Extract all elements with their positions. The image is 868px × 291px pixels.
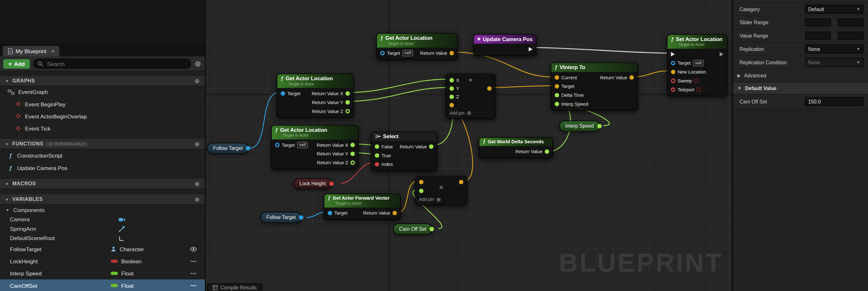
node-header[interactable]: ƒGet Actor Location Target is Actor <box>277 74 353 88</box>
node-get-actor-location-top[interactable]: ƒGet Actor Location Target is Actor Targ… <box>376 33 458 60</box>
add-pin-button[interactable]: Add pin⊕ <box>416 195 467 203</box>
node-header[interactable]: ƒGet World Delta Seconds <box>479 138 552 146</box>
pin-output[interactable] <box>597 124 601 128</box>
pin-output[interactable] <box>246 146 250 151</box>
pin-exec-out[interactable] <box>529 47 533 52</box>
node-update-camera-pos[interactable]: Update Camera Pos <box>473 34 536 56</box>
details-header-default-value[interactable]: ▼ Default Value <box>733 83 868 95</box>
pin-true[interactable] <box>375 153 379 158</box>
node-select[interactable]: Select False Return Value True Index <box>371 132 437 171</box>
pin-output[interactable] <box>430 227 434 231</box>
pin-new-location[interactable] <box>671 70 675 74</box>
component-camera[interactable]: Camera <box>0 215 205 224</box>
pin-return-value[interactable] <box>393 211 397 215</box>
pin-return-value[interactable] <box>545 149 549 154</box>
pin-return-x[interactable] <box>350 142 355 147</box>
node-header[interactable]: Select <box>371 132 437 141</box>
value-range-min-input[interactable] <box>805 32 831 40</box>
pin-exec-out[interactable] <box>719 52 723 56</box>
pill-interp-speed[interactable]: Interp Speed <box>559 121 600 132</box>
pin-exec-in[interactable] <box>671 52 675 56</box>
pin-return-value[interactable] <box>429 144 434 149</box>
pin-false[interactable] <box>375 144 379 149</box>
sidebar-item-update-camera-pos[interactable]: ƒ Update Camera Pos <box>0 161 205 173</box>
section-graphs[interactable]: ▼ GRAPHS ⊕ <box>0 75 205 86</box>
pin-z[interactable] <box>450 94 454 99</box>
search-box[interactable] <box>33 59 191 68</box>
closed-eye-icon[interactable] <box>190 284 197 288</box>
value-range-max-input[interactable] <box>838 32 864 40</box>
eye-icon[interactable] <box>190 247 197 252</box>
component-springarm[interactable]: SpringArm <box>0 224 205 234</box>
replication-condition-dropdown[interactable]: None ▼ <box>805 58 864 67</box>
pin-extra-vector[interactable] <box>450 102 454 107</box>
compile-results-tab[interactable]: Compile Results <box>207 283 262 291</box>
sidebar-item-constructionscript[interactable]: ƒ ConstructionScript <box>0 149 205 161</box>
pill-lock-height[interactable]: Lock Height <box>293 178 332 189</box>
pin-return-y[interactable] <box>345 100 350 105</box>
pin-output[interactable] <box>299 215 304 220</box>
pin-return-x[interactable] <box>345 91 350 96</box>
sidebar-item-event-tick[interactable]: Event Tick <box>0 122 205 134</box>
pin-interp-speed[interactable] <box>555 102 559 106</box>
pin-target[interactable] <box>555 84 559 89</box>
node-get-actor-location-low[interactable]: ƒGet Actor Location Target is Actor Targ… <box>271 125 359 169</box>
pin-return-z[interactable] <box>350 160 355 165</box>
node-multiply[interactable]: × Add pin⊕ <box>415 176 467 205</box>
pin-x[interactable] <box>450 78 454 82</box>
node-get-actor-forward-vector[interactable]: ƒGet Actor Forward Vector Target is Acto… <box>324 194 401 220</box>
section-functions[interactable]: ▼ FUNCTIONS (18 OVERRIDABLE) ⊕ <box>0 138 205 149</box>
sidebar-item-event-beginplay[interactable]: Event BeginPlay <box>0 98 205 110</box>
sweep-checkbox[interactable] <box>694 78 699 83</box>
node-header[interactable]: ƒGet Actor Location Target is Actor <box>377 34 457 47</box>
node-header[interactable]: ƒGet Actor Location Target is Actor <box>272 125 358 139</box>
closed-eye-icon[interactable] <box>190 271 197 275</box>
pin-output[interactable] <box>329 182 334 186</box>
add-pin-button[interactable]: Add pin⊕ <box>446 109 495 117</box>
search-input[interactable] <box>46 60 186 67</box>
node-set-actor-location[interactable]: ƒSet Actor Location Target is Actor Targ… <box>667 34 727 96</box>
add-graph-icon[interactable]: ⊕ <box>195 77 200 85</box>
slider-range-max-input[interactable] <box>838 18 864 26</box>
pin-result[interactable] <box>459 180 463 184</box>
node-add-vector[interactable]: + X Y Z Add pin⊕ <box>446 73 495 119</box>
pin-return-value[interactable] <box>450 51 454 55</box>
blueprint-graph-canvas[interactable]: ƒGet Actor Location Target is Actor Targ… <box>206 0 732 291</box>
node-get-actor-location-mid[interactable]: ƒGet Actor Location Target is Actor Targ… <box>277 73 354 118</box>
pin-current[interactable] <box>555 75 559 79</box>
pin-sweep[interactable] <box>671 78 675 83</box>
sidebar-item-eventgraph[interactable]: EventGraph <box>0 86 205 98</box>
variable-row-lockheight[interactable]: LockHeight Boolean <box>0 255 205 267</box>
variable-row-interpspeed[interactable]: Interp Speed Float <box>0 267 205 279</box>
add-variable-icon[interactable]: ⊕ <box>195 195 200 203</box>
closed-eye-icon[interactable] <box>190 259 197 263</box>
node-header[interactable]: ƒGet Actor Forward Vector Target is Acto… <box>324 194 400 207</box>
pin-index[interactable] <box>375 162 379 166</box>
pill-follow-target-a[interactable]: Follow Target <box>207 142 249 154</box>
pill-cam-off-set[interactable]: Cam Off Set <box>393 224 433 235</box>
pin-result[interactable] <box>487 86 492 90</box>
details-row-advanced[interactable]: ▶ Advanced <box>733 69 868 83</box>
close-icon[interactable]: × <box>51 48 55 54</box>
sidebar-item-event-actorbeginoverlap[interactable]: Event ActorBeginOverlap <box>0 110 205 122</box>
pin-return-value[interactable] <box>629 75 634 79</box>
pin-delta-time[interactable] <box>555 93 559 97</box>
pin-target[interactable] <box>328 211 332 215</box>
add-function-icon[interactable]: ⊕ <box>195 140 200 148</box>
pin-target[interactable] <box>671 61 675 65</box>
slider-range-min-input[interactable] <box>805 18 831 26</box>
pin-teleport[interactable] <box>671 88 675 92</box>
pill-follow-target-b[interactable]: Follow Target <box>260 212 302 223</box>
pin-target[interactable] <box>281 91 285 96</box>
gear-icon[interactable] <box>194 60 202 67</box>
component-defaultsceneroot[interactable]: DefaultSceneRoot <box>0 233 205 243</box>
variable-row-followtarget[interactable]: FollowTarget Character <box>0 243 205 255</box>
section-macros[interactable]: ▼ MACROS ⊕ <box>0 178 205 189</box>
variable-row-camoffset[interactable]: CamOffSet Float <box>0 280 205 291</box>
pin-b[interactable] <box>419 189 424 193</box>
node-get-world-delta-seconds[interactable]: ƒGet World Delta Seconds Return Value <box>479 137 553 158</box>
teleport-checkbox[interactable] <box>696 88 701 92</box>
cam-off-set-input[interactable]: 150.0 <box>805 97 864 106</box>
node-header[interactable]: ƒSet Actor Location Target is Actor <box>668 35 727 48</box>
add-macro-icon[interactable]: ⊕ <box>195 180 200 188</box>
